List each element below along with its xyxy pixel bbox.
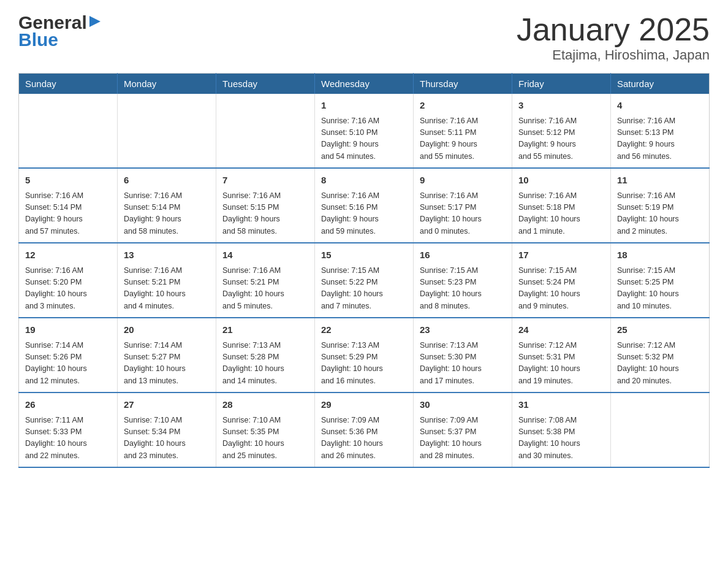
day-info: Sunrise: 7:15 AM Sunset: 5:24 PM Dayligh… [518, 265, 604, 313]
day-info: Sunrise: 7:15 AM Sunset: 5:22 PM Dayligh… [321, 265, 407, 313]
calendar-cell: 3Sunrise: 7:16 AM Sunset: 5:12 PM Daylig… [512, 94, 611, 168]
day-number: 21 [222, 323, 308, 337]
svg-marker-0 [89, 16, 100, 27]
calendar-cell: 18Sunrise: 7:15 AM Sunset: 5:25 PM Dayli… [611, 243, 710, 318]
day-info: Sunrise: 7:09 AM Sunset: 5:37 PM Dayligh… [420, 415, 506, 462]
calendar-cell: 26Sunrise: 7:11 AM Sunset: 5:33 PM Dayli… [19, 393, 118, 467]
day-info: Sunrise: 7:16 AM Sunset: 5:13 PM Dayligh… [617, 115, 703, 163]
day-info: Sunrise: 7:16 AM Sunset: 5:11 PM Dayligh… [420, 115, 506, 163]
calendar-cell: 16Sunrise: 7:15 AM Sunset: 5:23 PM Dayli… [414, 243, 512, 318]
calendar-cell: 14Sunrise: 7:16 AM Sunset: 5:21 PM Dayli… [216, 243, 315, 318]
day-number: 5 [25, 174, 111, 188]
day-header-monday: Monday [118, 74, 216, 94]
day-number: 14 [222, 248, 308, 262]
calendar-cell: 30Sunrise: 7:09 AM Sunset: 5:37 PM Dayli… [414, 393, 512, 467]
day-number: 3 [518, 99, 604, 113]
day-header-sunday: Sunday [19, 74, 118, 94]
calendar-cell: 19Sunrise: 7:14 AM Sunset: 5:26 PM Dayli… [19, 318, 118, 393]
logo: General Blue [18, 12, 102, 50]
calendar-cell [611, 393, 710, 467]
day-header-saturday: Saturday [611, 74, 710, 94]
day-info: Sunrise: 7:12 AM Sunset: 5:32 PM Dayligh… [617, 340, 703, 388]
week-row-4: 19Sunrise: 7:14 AM Sunset: 5:26 PM Dayli… [19, 318, 710, 393]
day-number: 23 [420, 323, 506, 337]
day-info: Sunrise: 7:10 AM Sunset: 5:35 PM Dayligh… [222, 415, 308, 462]
day-number: 26 [25, 398, 111, 412]
day-number: 20 [124, 323, 210, 337]
day-info: Sunrise: 7:15 AM Sunset: 5:23 PM Dayligh… [420, 265, 506, 313]
calendar-cell [19, 94, 118, 168]
title-block: January 2025 Etajima, Hiroshima, Japan [517, 12, 710, 63]
calendar-cell: 27Sunrise: 7:10 AM Sunset: 5:34 PM Dayli… [118, 393, 216, 467]
calendar-cell: 12Sunrise: 7:16 AM Sunset: 5:20 PM Dayli… [19, 243, 118, 318]
day-number: 24 [518, 323, 604, 337]
day-info: Sunrise: 7:16 AM Sunset: 5:17 PM Dayligh… [420, 190, 506, 238]
month-title: January 2025 [517, 12, 710, 47]
day-number: 29 [321, 398, 407, 412]
calendar-cell: 31Sunrise: 7:08 AM Sunset: 5:38 PM Dayli… [512, 393, 611, 467]
day-number: 22 [321, 323, 407, 337]
day-info: Sunrise: 7:16 AM Sunset: 5:21 PM Dayligh… [124, 265, 210, 313]
day-info: Sunrise: 7:16 AM Sunset: 5:12 PM Dayligh… [518, 115, 604, 163]
day-info: Sunrise: 7:16 AM Sunset: 5:14 PM Dayligh… [124, 190, 210, 238]
day-number: 10 [518, 174, 604, 188]
day-number: 8 [321, 174, 407, 188]
calendar-cell: 2Sunrise: 7:16 AM Sunset: 5:11 PM Daylig… [414, 94, 512, 168]
day-info: Sunrise: 7:09 AM Sunset: 5:36 PM Dayligh… [321, 415, 407, 462]
calendar-cell: 1Sunrise: 7:16 AM Sunset: 5:10 PM Daylig… [315, 94, 414, 168]
day-number: 1 [321, 99, 407, 113]
week-row-2: 5Sunrise: 7:16 AM Sunset: 5:14 PM Daylig… [19, 168, 710, 243]
day-header-wednesday: Wednesday [315, 74, 414, 94]
calendar-cell: 17Sunrise: 7:15 AM Sunset: 5:24 PM Dayli… [512, 243, 611, 318]
day-info: Sunrise: 7:16 AM Sunset: 5:16 PM Dayligh… [321, 190, 407, 238]
calendar-cell: 10Sunrise: 7:16 AM Sunset: 5:18 PM Dayli… [512, 168, 611, 243]
days-of-week-row: SundayMondayTuesdayWednesdayThursdayFrid… [19, 74, 710, 94]
calendar-cell: 5Sunrise: 7:16 AM Sunset: 5:14 PM Daylig… [19, 168, 118, 243]
day-number: 9 [420, 174, 506, 188]
day-number: 19 [25, 323, 111, 337]
calendar-cell: 15Sunrise: 7:15 AM Sunset: 5:22 PM Dayli… [315, 243, 414, 318]
calendar-cell: 28Sunrise: 7:10 AM Sunset: 5:35 PM Dayli… [216, 393, 315, 467]
page-header: General Blue January 2025 Etajima, Hiros… [18, 12, 710, 63]
week-row-1: 1Sunrise: 7:16 AM Sunset: 5:10 PM Daylig… [19, 94, 710, 168]
logo-blue-text: Blue [18, 29, 102, 50]
calendar-table: SundayMondayTuesdayWednesdayThursdayFrid… [18, 73, 710, 468]
calendar-cell: 25Sunrise: 7:12 AM Sunset: 5:32 PM Dayli… [611, 318, 710, 393]
day-info: Sunrise: 7:13 AM Sunset: 5:29 PM Dayligh… [321, 340, 407, 388]
day-header-thursday: Thursday [414, 74, 512, 94]
day-info: Sunrise: 7:13 AM Sunset: 5:30 PM Dayligh… [420, 340, 506, 388]
day-number: 2 [420, 99, 506, 113]
calendar-body: 1Sunrise: 7:16 AM Sunset: 5:10 PM Daylig… [19, 94, 710, 467]
day-number: 16 [420, 248, 506, 262]
calendar-header: SundayMondayTuesdayWednesdayThursdayFrid… [19, 74, 710, 94]
day-info: Sunrise: 7:16 AM Sunset: 5:10 PM Dayligh… [321, 115, 407, 163]
day-header-tuesday: Tuesday [216, 74, 315, 94]
day-number: 7 [222, 174, 308, 188]
day-info: Sunrise: 7:14 AM Sunset: 5:27 PM Dayligh… [124, 340, 210, 388]
day-info: Sunrise: 7:16 AM Sunset: 5:14 PM Dayligh… [25, 190, 111, 238]
calendar-cell [118, 94, 216, 168]
calendar-cell: 29Sunrise: 7:09 AM Sunset: 5:36 PM Dayli… [315, 393, 414, 467]
day-info: Sunrise: 7:14 AM Sunset: 5:26 PM Dayligh… [25, 340, 111, 388]
day-number: 25 [617, 323, 703, 337]
calendar-cell [216, 94, 315, 168]
calendar-cell: 7Sunrise: 7:16 AM Sunset: 5:15 PM Daylig… [216, 168, 315, 243]
day-info: Sunrise: 7:12 AM Sunset: 5:31 PM Dayligh… [518, 340, 604, 388]
day-info: Sunrise: 7:16 AM Sunset: 5:21 PM Dayligh… [222, 265, 308, 313]
day-info: Sunrise: 7:10 AM Sunset: 5:34 PM Dayligh… [124, 415, 210, 462]
calendar-cell: 6Sunrise: 7:16 AM Sunset: 5:14 PM Daylig… [118, 168, 216, 243]
calendar-cell: 9Sunrise: 7:16 AM Sunset: 5:17 PM Daylig… [414, 168, 512, 243]
day-number: 11 [617, 174, 703, 188]
calendar-cell: 22Sunrise: 7:13 AM Sunset: 5:29 PM Dayli… [315, 318, 414, 393]
calendar-cell: 24Sunrise: 7:12 AM Sunset: 5:31 PM Dayli… [512, 318, 611, 393]
day-number: 12 [25, 248, 111, 262]
day-header-friday: Friday [512, 74, 611, 94]
location-title: Etajima, Hiroshima, Japan [517, 47, 710, 63]
week-row-5: 26Sunrise: 7:11 AM Sunset: 5:33 PM Dayli… [19, 393, 710, 467]
calendar-cell: 21Sunrise: 7:13 AM Sunset: 5:28 PM Dayli… [216, 318, 315, 393]
calendar-cell: 8Sunrise: 7:16 AM Sunset: 5:16 PM Daylig… [315, 168, 414, 243]
day-info: Sunrise: 7:15 AM Sunset: 5:25 PM Dayligh… [617, 265, 703, 313]
day-number: 15 [321, 248, 407, 262]
week-row-3: 12Sunrise: 7:16 AM Sunset: 5:20 PM Dayli… [19, 243, 710, 318]
day-number: 17 [518, 248, 604, 262]
